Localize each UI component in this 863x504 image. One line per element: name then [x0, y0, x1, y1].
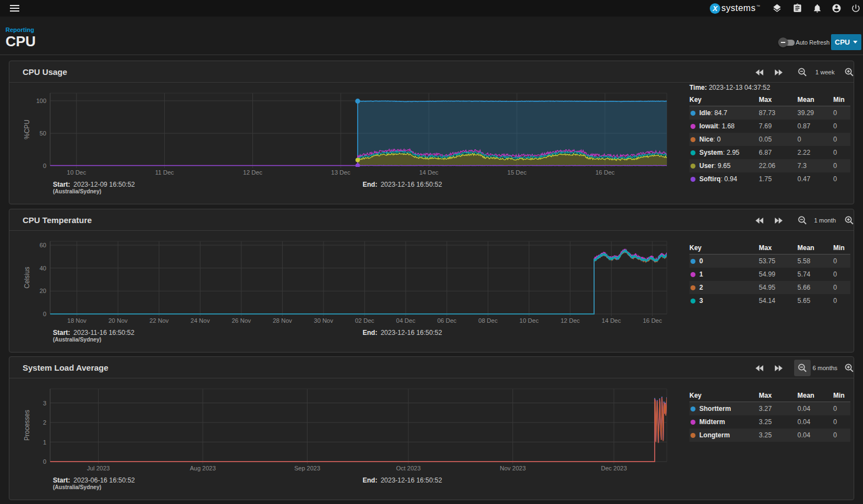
series-color-dot: [691, 177, 695, 182]
legend-row: User: 9.65 22.067.30: [689, 159, 850, 172]
legend-row: 3 54.145.650: [689, 294, 850, 307]
svg-text:02 Dec: 02 Dec: [355, 317, 374, 324]
svg-text:28 Nov: 28 Nov: [273, 317, 292, 324]
svg-text:20: 20: [40, 288, 46, 294]
series-color-dot: [691, 259, 695, 264]
svg-text:100: 100: [36, 97, 46, 104]
zoom-in-icon[interactable]: [841, 360, 857, 376]
chart-tz: (Australia/Sydney): [53, 188, 101, 194]
step-back-icon[interactable]: [751, 64, 767, 80]
series-color-dot: [691, 111, 695, 116]
power-icon[interactable]: [851, 3, 861, 13]
legend-row: Shortterm 3.270.040: [689, 402, 850, 415]
series-color-dot: [691, 124, 695, 129]
report-card-cpu-usage: CPU Usage 1 week 05010010 Dec11 Dec12 De…: [9, 61, 854, 204]
chart-start: Start:2023-06-16 16:50:52: [53, 476, 135, 484]
legend: Key Max Mean Min 0 53.755.580 1 54.995.7…: [689, 232, 850, 307]
legend-time: Time: 2023-12-13 04:37:52: [689, 84, 850, 95]
chart-tz: (Australia/Sydney): [53, 484, 101, 490]
card-title: System Load Average: [23, 363, 109, 372]
chart-end: End:2023-12-16 16:50:52: [363, 329, 442, 337]
step-forward-icon[interactable]: [771, 64, 788, 80]
svg-text:Jul 2023: Jul 2023: [87, 465, 110, 472]
step-back-icon[interactable]: [751, 360, 767, 376]
legend-row: Longterm 3.250.040: [689, 429, 850, 442]
legend-row: System: 2.95 6.872.220: [689, 146, 850, 159]
auto-refresh-toggle[interactable]: [778, 36, 797, 49]
svg-text:24 Nov: 24 Nov: [191, 317, 210, 324]
svg-text:14 Dec: 14 Dec: [419, 169, 439, 176]
card-title: CPU Temperature: [23, 215, 92, 225]
svg-text:Celsius: Celsius: [23, 267, 31, 288]
svg-text:10 Dec: 10 Dec: [67, 169, 86, 176]
auto-refresh-label: Auto Refresh: [796, 39, 829, 46]
card-title: CPU Usage: [23, 67, 67, 77]
step-forward-icon[interactable]: [771, 212, 788, 229]
svg-text:22 Nov: 22 Nov: [149, 317, 169, 324]
chart-start: Start:2023-11-16 16:50:52: [53, 329, 134, 337]
page-header: Reporting CPU Auto Refresh CPU: [0, 17, 863, 55]
series-color-dot: [691, 272, 695, 277]
svg-text:0: 0: [43, 162, 46, 169]
series-color-dot: [691, 407, 695, 411]
legend-row: Midterm 3.250.040: [689, 415, 850, 429]
menu-icon[interactable]: [10, 5, 19, 12]
svg-text:0: 0: [43, 458, 46, 465]
svg-text:Dec 2023: Dec 2023: [601, 465, 627, 472]
svg-text:12 Dec: 12 Dec: [243, 169, 262, 176]
svg-text:Oct 2023: Oct 2023: [396, 465, 421, 472]
series-color-dot: [691, 433, 695, 438]
truecommand-icon[interactable]: [772, 3, 782, 13]
step-forward-icon[interactable]: [771, 360, 788, 376]
range-label: 1 week: [806, 69, 844, 75]
legend-row: Softirq: 0.94 1.750.470: [689, 172, 850, 186]
legend: Key Max Mean Min Shortterm 3.270.040 Mid…: [689, 380, 850, 442]
category-select-button[interactable]: CPU: [831, 34, 861, 50]
svg-text:13 Dec: 13 Dec: [331, 169, 350, 176]
svg-text:Aug 2023: Aug 2023: [190, 465, 215, 472]
svg-text:11 Dec: 11 Dec: [155, 169, 175, 176]
breadcrumb[interactable]: Reporting: [6, 26, 34, 33]
svg-text:20 Nov: 20 Nov: [109, 317, 128, 324]
card-header: CPU Usage 1 week: [9, 61, 854, 83]
svg-text:15 Dec: 15 Dec: [508, 169, 527, 176]
svg-text:04 Dec: 04 Dec: [396, 317, 416, 324]
zoom-in-icon[interactable]: [841, 64, 857, 80]
step-back-icon[interactable]: [751, 212, 767, 229]
svg-text:08 Dec: 08 Dec: [478, 317, 498, 324]
series-color-dot: [691, 420, 695, 425]
svg-text:Sep 2023: Sep 2023: [294, 465, 320, 472]
card-content: 0123Jul 2023Aug 2023Sep 2023Oct 2023Nov …: [9, 378, 854, 500]
jobs-clipboard-icon[interactable]: [792, 3, 802, 13]
series-color-dot: [691, 137, 695, 142]
series-color-dot: [691, 299, 695, 304]
chart-end: End:2023-12-16 16:50:52: [363, 476, 442, 484]
svg-text:50: 50: [40, 130, 46, 137]
card-content: 020406018 Nov20 Nov22 Nov24 Nov26 Nov28 …: [9, 231, 854, 353]
zoom-in-icon[interactable]: [841, 212, 857, 229]
legend-row: Iowait: 1.68 7.690.870: [689, 120, 850, 133]
chart-tz: (Australia/Sydney): [53, 337, 101, 343]
chart-start: Start:2023-12-09 16:50:52: [53, 181, 135, 188]
svg-text:Nov 2023: Nov 2023: [500, 465, 526, 472]
legend-row: 2 54.955.660: [689, 281, 850, 294]
legend-row: 1 54.995.740: [689, 268, 850, 281]
logo-mark: X: [710, 3, 720, 14]
chart-end: End:2023-12-16 16:50:52: [363, 181, 442, 188]
series-color-dot: [691, 150, 695, 155]
account-icon[interactable]: [832, 3, 842, 13]
card-header: CPU Temperature 1 month: [9, 209, 854, 231]
page-title: CPU: [6, 34, 36, 49]
alerts-bell-icon[interactable]: [812, 3, 822, 13]
svg-text:16 Dec: 16 Dec: [595, 169, 614, 176]
svg-text:06 Dec: 06 Dec: [437, 317, 456, 324]
svg-text:16 Dec: 16 Dec: [643, 317, 662, 324]
svg-text:12 Dec: 12 Dec: [560, 317, 580, 324]
ixsystems-logo: X systems ™: [710, 2, 760, 15]
svg-text:30 Nov: 30 Nov: [314, 317, 333, 324]
range-label: 6 months: [806, 365, 844, 371]
svg-text:1: 1: [43, 439, 46, 446]
svg-text:10 Dec: 10 Dec: [520, 317, 539, 324]
report-card-system-load-average: System Load Average 6 months 0123Jul 202…: [9, 356, 854, 500]
series-color-dot: [691, 285, 695, 290]
